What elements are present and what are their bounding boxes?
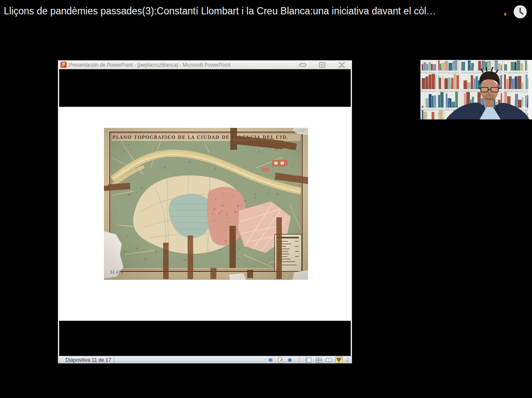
next-slide-button[interactable]	[286, 357, 294, 363]
close-button[interactable]	[338, 62, 346, 68]
clock-icon[interactable]	[513, 4, 528, 19]
statusbar-separator	[299, 357, 300, 363]
previous-slide-button[interactable]	[266, 357, 274, 363]
video-title: Lliçons de pandèmies passades(3):Constan…	[4, 5, 502, 17]
minimize-button[interactable]	[299, 62, 307, 68]
presenter-beard-shadow	[483, 93, 495, 102]
webcam-feed	[420, 60, 532, 119]
player-marker-dot	[504, 13, 506, 16]
normal-view-button[interactable]	[305, 357, 312, 363]
powerpoint-icon: P	[60, 62, 67, 68]
annotation-pen-button[interactable]	[276, 357, 284, 363]
restore-button[interactable]	[318, 62, 327, 68]
resize-grip[interactable]	[345, 357, 349, 363]
powerpoint-window: P Presentación de PowerPoint - [pwplacru…	[58, 60, 352, 363]
reading-view-button[interactable]	[325, 357, 333, 363]
presenter	[420, 60, 532, 119]
slide-counter: Diapositiva 11 de 17	[65, 357, 111, 363]
slide-show-button[interactable]	[335, 357, 343, 363]
statusbar-separator	[114, 357, 114, 363]
svg-text:P: P	[62, 62, 65, 67]
ppt-titlebar[interactable]: P Presentación de PowerPoint - [pwplacru…	[58, 60, 352, 69]
map-vignette	[104, 128, 308, 280]
ppt-statusbar: Diapositiva 11 de 17	[58, 356, 352, 363]
slide-sorter-button[interactable]	[315, 357, 322, 363]
slideshow-viewport: PLANO TOPOGRAFICO DE LA CIUDAD DE VALENC…	[59, 69, 351, 356]
valencia-map-image: PLANO TOPOGRAFICO DE LA CIUDAD DE VALENC…	[104, 128, 308, 280]
ppt-window-title: Presentación de PowerPoint - [pwplacruzb…	[69, 62, 299, 68]
